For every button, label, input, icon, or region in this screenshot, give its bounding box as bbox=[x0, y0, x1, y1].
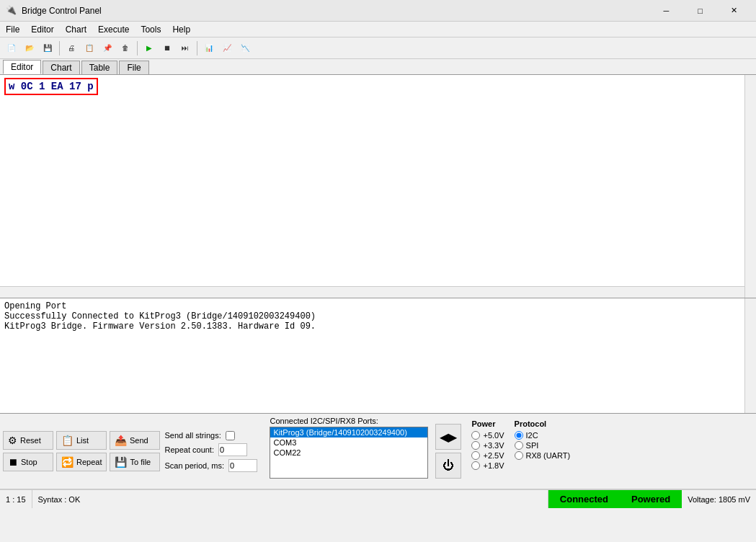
send-button[interactable]: 📤 Send bbox=[110, 431, 160, 450]
clear-button[interactable]: 🗑 bbox=[117, 40, 134, 57]
menu-help[interactable]: Help bbox=[166, 23, 196, 36]
minimize-button[interactable]: ─ bbox=[650, 4, 682, 18]
print-button[interactable]: 🖨 bbox=[63, 40, 80, 57]
copy-button[interactable]: 📋 bbox=[81, 40, 98, 57]
protocol-rx8-radio[interactable] bbox=[515, 451, 523, 460]
chart2-button[interactable]: 📈 bbox=[218, 40, 236, 57]
power-section: Power +5.0V +3.3V +2.5V +1.8V bbox=[468, 417, 507, 486]
port-item-2[interactable]: COM22 bbox=[270, 448, 427, 458]
power-2v5-label: +2.5V bbox=[483, 451, 504, 460]
port-list-section: Connected I2C/SPI/RX8 Ports: KitProg3 (B… bbox=[270, 417, 428, 486]
port-listbox[interactable]: KitProg3 (Bridge/1409102003249400) COM3 … bbox=[270, 427, 428, 479]
step-button[interactable]: ⏭ bbox=[177, 40, 194, 57]
scan-period-input[interactable] bbox=[228, 459, 257, 472]
tofile-button[interactable]: 💾 To file bbox=[110, 453, 160, 471]
repeat-count-label: Repeat count: bbox=[164, 445, 214, 454]
power-2v5-radio[interactable] bbox=[471, 451, 480, 460]
editor-scrollbar-vertical[interactable] bbox=[744, 75, 756, 298]
maximize-button[interactable]: □ bbox=[684, 4, 716, 18]
voltage-status: Voltage: 1805 mV bbox=[682, 490, 756, 508]
stop-run-button[interactable]: ⏹ bbox=[159, 40, 176, 57]
toolbar-sep3 bbox=[197, 41, 197, 55]
list-icon: 📋 bbox=[61, 435, 74, 446]
editor-text[interactable]: w 0C 1 EA 17 p bbox=[4, 78, 98, 95]
action-buttons-section: ⚙ Reset 📋 List 📤 Send ⏹ Stop 🔁 bbox=[3, 417, 160, 486]
power-1v8-row: +1.8V bbox=[471, 461, 504, 470]
protocol-spi-row: SPI bbox=[515, 441, 571, 450]
stop-label: Stop bbox=[21, 458, 37, 466]
run-button[interactable]: ▶ bbox=[141, 40, 158, 57]
menu-editor[interactable]: Editor bbox=[25, 23, 59, 36]
power-off-button[interactable]: ⏻ bbox=[435, 453, 461, 479]
log-content: Opening Port Successfully Connected to K… bbox=[0, 298, 756, 413]
menu-tools[interactable]: Tools bbox=[135, 23, 166, 36]
syntax-indicator: Syntax : OK bbox=[32, 490, 548, 508]
save-button[interactable]: 💾 bbox=[39, 40, 56, 57]
protocol-i2c-row: I2C bbox=[515, 431, 571, 440]
scan-period-label: Scan period, ms: bbox=[164, 461, 224, 470]
menu-file[interactable]: File bbox=[0, 23, 25, 36]
menu-chart[interactable]: Chart bbox=[60, 23, 92, 36]
list-button[interactable]: 📋 List bbox=[56, 431, 107, 450]
repeat-icon: 🔁 bbox=[61, 456, 74, 468]
power-5v-radio[interactable] bbox=[471, 431, 480, 440]
reset-icon: ⚙ bbox=[8, 435, 17, 446]
editor-area: w 0C 1 EA 17 p bbox=[0, 75, 756, 298]
editor-content[interactable]: w 0C 1 EA 17 p bbox=[0, 75, 756, 298]
tofile-label: To file bbox=[130, 458, 151, 466]
power-3v3-row: +3.3V bbox=[471, 441, 504, 450]
power-3v3-radio[interactable] bbox=[471, 441, 480, 450]
app-icon: 🔌 bbox=[6, 5, 17, 17]
power-1v8-radio[interactable] bbox=[471, 461, 480, 470]
repeat-label: Repeat bbox=[76, 458, 102, 466]
power-1v8-label: +1.8V bbox=[483, 461, 504, 470]
power-label: Power bbox=[471, 419, 504, 428]
editor-scrollbar-horizontal[interactable] bbox=[0, 286, 744, 298]
tofile-icon: 💾 bbox=[115, 456, 127, 468]
reset-label: Reset bbox=[20, 436, 41, 445]
protocol-rx8-label: RX8 (UART) bbox=[526, 451, 571, 460]
open-button[interactable]: 📂 bbox=[21, 40, 38, 57]
powered-status: Powered bbox=[620, 490, 682, 508]
power-2v5-row: +2.5V bbox=[471, 451, 504, 460]
repeat-count-input[interactable] bbox=[218, 443, 247, 456]
paste-button[interactable]: 📌 bbox=[99, 40, 116, 57]
close-button[interactable]: ✕ bbox=[718, 4, 750, 18]
port-list-label: Connected I2C/SPI/RX8 Ports: bbox=[270, 417, 428, 425]
window-controls: ─ □ ✕ bbox=[650, 4, 750, 18]
reset-button[interactable]: ⚙ Reset bbox=[3, 431, 53, 450]
chart1-button[interactable]: 📊 bbox=[200, 40, 218, 57]
list-label: List bbox=[76, 436, 89, 445]
controls-area: ⚙ Reset 📋 List 📤 Send ⏹ Stop 🔁 bbox=[0, 414, 756, 489]
power-5v-label: +5.0V bbox=[483, 431, 504, 440]
send-icon: 📤 bbox=[115, 435, 127, 446]
log-scrollbar-vertical[interactable] bbox=[744, 298, 756, 413]
protocol-spi-label: SPI bbox=[526, 441, 539, 450]
menu-execute[interactable]: Execute bbox=[92, 23, 135, 36]
protocol-spi-radio[interactable] bbox=[515, 441, 523, 450]
stop-button[interactable]: ⏹ Stop bbox=[3, 453, 53, 471]
title-bar: 🔌 Bridge Control Panel ─ □ ✕ bbox=[0, 0, 756, 22]
tab-table[interactable]: Table bbox=[81, 61, 118, 74]
transfer-right-button[interactable]: ◀▶ bbox=[435, 424, 461, 450]
port-item-0[interactable]: KitProg3 (Bridge/1409102003249400) bbox=[270, 427, 427, 437]
tab-editor[interactable]: Editor bbox=[3, 60, 41, 74]
options-section: Send all strings: Repeat count: Scan per… bbox=[164, 417, 265, 486]
window-title: Bridge Control Panel bbox=[22, 6, 650, 16]
port-item-1[interactable]: COM3 bbox=[270, 437, 427, 448]
stop-icon: ⏹ bbox=[8, 456, 18, 468]
connected-status: Connected bbox=[548, 490, 620, 508]
send-all-checkbox[interactable] bbox=[226, 431, 235, 440]
repeat-button[interactable]: 🔁 Repeat bbox=[56, 453, 107, 471]
send-label: Send bbox=[130, 436, 148, 445]
send-all-label: Send all strings: bbox=[164, 431, 221, 440]
new-button[interactable]: 📄 bbox=[3, 40, 20, 57]
send-all-row: Send all strings: bbox=[164, 431, 265, 440]
transfer-buttons-section: ◀▶ ⏻ bbox=[432, 417, 464, 486]
menu-bar: File Editor Chart Execute Tools Help bbox=[0, 22, 756, 37]
chart3-button[interactable]: 📉 bbox=[236, 40, 254, 57]
tab-file[interactable]: File bbox=[119, 61, 148, 74]
tab-chart[interactable]: Chart bbox=[43, 61, 79, 74]
log-area: Opening Port Successfully Connected to K… bbox=[0, 298, 756, 414]
protocol-i2c-radio[interactable] bbox=[515, 431, 523, 440]
